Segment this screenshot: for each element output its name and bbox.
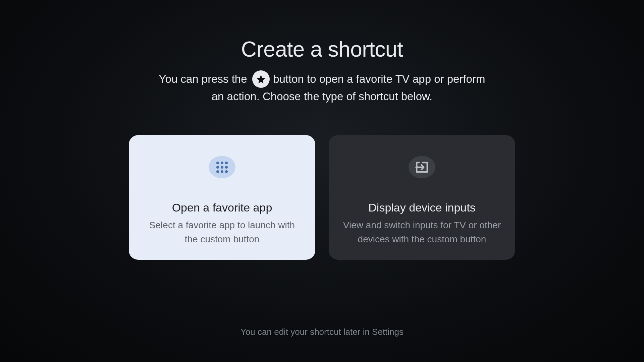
input-icon <box>409 156 435 178</box>
page-subtitle: You can press the button to open a favor… <box>158 70 486 105</box>
card-title: Open a favorite app <box>172 201 272 214</box>
footer-note: You can edit your shortcut later in Sett… <box>240 327 404 337</box>
card-description: Select a favorite app to launch with the… <box>142 218 302 246</box>
star-button-icon <box>252 70 270 88</box>
subtitle-text-before: You can press the <box>159 73 250 85</box>
open-favorite-app-card[interactable]: Open a favorite app Select a favorite ap… <box>129 135 315 260</box>
card-title: Display device inputs <box>368 201 475 214</box>
display-device-inputs-card[interactable]: Display device inputs View and switch in… <box>329 135 515 260</box>
shortcut-options: Open a favorite app Select a favorite ap… <box>129 135 515 260</box>
page-title: Create a shortcut <box>241 37 403 62</box>
card-description: View and switch inputs for TV or other d… <box>342 218 502 246</box>
apps-grid-icon <box>209 156 235 178</box>
